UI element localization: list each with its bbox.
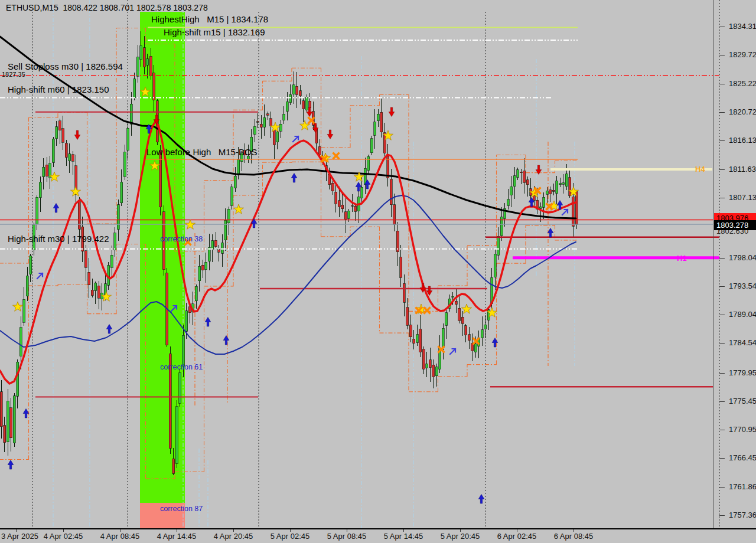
price-scale-label: 1811.630 — [729, 165, 756, 174]
price-scale-label: 1816.130 — [729, 136, 756, 145]
price-scale-label: 1789.040 — [729, 310, 756, 319]
price-scale-label: 1761.860 — [729, 482, 756, 491]
time-scale-label: 4 Apr 20:45 — [214, 532, 253, 541]
chart-frame — [0, 0, 756, 532]
highest-high-label: HighestHigh M15 | 1834.178 — [151, 14, 268, 24]
price-scale-label: 1770.950 — [729, 425, 756, 434]
time-scale-label: 4 Apr 14:45 — [157, 532, 197, 541]
price-marker-label: 1827.35 — [2, 71, 25, 78]
price-scale-label: 1757.360 — [729, 511, 756, 519]
mt4-chart-window: ETHUSD,M15 1808.422 1808.701 1802.578 18… — [0, 0, 756, 543]
price-scale-label: 1798.040 — [729, 253, 756, 262]
time-scale-label: 6 Apr 02:45 — [497, 532, 537, 541]
price-label-current: 1803.278 — [714, 220, 756, 230]
price-scale-label: 1793.540 — [729, 282, 756, 290]
time-scale-label: 5 Apr 02:45 — [271, 532, 310, 541]
h4-label: H4 — [695, 165, 705, 174]
highlight-bands — [140, 12, 185, 529]
price-scale-label: 1834.310 — [729, 22, 756, 31]
symbol-ohlc-header: ETHUSD,M15 1808.422 1808.701 1802.578 18… — [6, 3, 208, 12]
time-scale-label: 5 Apr 08:45 — [327, 532, 367, 541]
price-scale-label: 1766.450 — [729, 453, 756, 462]
price-scale-label: 1820.720 — [729, 107, 756, 116]
time-scale-label: 5 Apr 20:45 — [441, 532, 480, 541]
price-scale-label: 1775.450 — [729, 397, 756, 405]
ma-blue-line — [0, 195, 576, 354]
high-shift-m30-label: High-shift m30 | 1799.422 — [8, 234, 109, 244]
correction-38-label: correction 38 — [160, 235, 203, 243]
chart-plot-area[interactable] — [0, 0, 756, 543]
time-scale-label: 6 Apr 08:45 — [554, 532, 594, 541]
high-shift-m15-label: High-shift m15 | 1832.169 — [164, 27, 265, 37]
price-scale-label: 1829.720 — [729, 50, 756, 59]
time-scale-label: 3 Apr 2025 — [1, 532, 38, 541]
star-markers — [12, 87, 578, 317]
low-before-high-label: Low before High M15-BOS — [146, 147, 258, 157]
correction-61-label: correction 61 — [160, 363, 203, 371]
price-scale[interactable]: 1834.3101829.7201825.2201820.7201816.130… — [713, 0, 756, 529]
time-scale-label: 4 Apr 02:45 — [44, 532, 83, 541]
price-scale-label: 1807.130 — [729, 193, 756, 202]
price-scale-label: 1779.950 — [729, 368, 756, 377]
sell-stoploss-label: Sell Stoploss m30 | 1826.594 — [8, 61, 123, 71]
time-scale-label: 4 Apr 08:45 — [100, 532, 140, 541]
price-scale-label: 1825.220 — [729, 79, 756, 88]
correction-87-label: correction 87 — [160, 505, 203, 513]
high-shift-m60-label: High-shift m60 | 1823.150 — [8, 84, 109, 94]
time-scale-label: 5 Apr 14:45 — [384, 532, 423, 541]
h1-label: H1 — [677, 254, 687, 263]
time-scale[interactable]: 3 Apr 20254 Apr 02:454 Apr 08:454 Apr 14… — [0, 529, 756, 543]
horizontal-levels — [0, 27, 719, 397]
price-scale-label: 1784.540 — [729, 338, 756, 347]
